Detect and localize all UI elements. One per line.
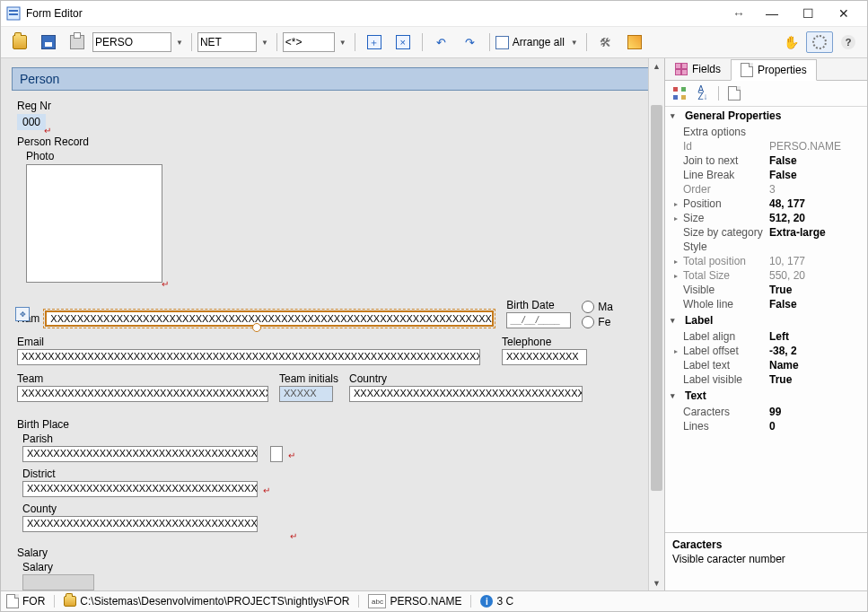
prop-label-align[interactable]: Label alignLeft	[665, 329, 867, 344]
prop-total-position[interactable]: ▸Total position10, 177	[665, 254, 867, 268]
parish-label: Parish	[22, 433, 645, 445]
page-icon	[6, 594, 19, 608]
redo-icon: ↷	[465, 36, 475, 49]
prop-style[interactable]: Style	[665, 240, 867, 254]
team-field[interactable]: XXXXXXXXXXXXXXXXXXXXXXXXXXXXXXXXXXXXXXXX…	[17, 386, 268, 402]
undo-button[interactable]: ↶	[428, 31, 455, 53]
vertical-scrollbar[interactable]: ▲ ▼	[648, 58, 664, 590]
mode-combo-dropdown[interactable]: ▼	[337, 39, 349, 47]
telephone-label: Telephone	[502, 336, 587, 348]
categorized-view-button[interactable]	[669, 83, 690, 103]
district-field[interactable]: XXXXXXXXXXXXXXXXXXXXXXXXXXXXXXXXXXXXXXXX…	[22, 481, 258, 497]
radio-male[interactable]: Ma	[582, 301, 613, 313]
svg-rect-2	[9, 13, 18, 15]
prop-line-break[interactable]: Line BreakFalse	[665, 168, 867, 182]
chevron-right-icon[interactable]: ▸	[671, 200, 681, 208]
scroll-down-button[interactable]: ▼	[649, 575, 664, 590]
parish-field[interactable]: XXXXXXXXXXXXXXXXXXXXXXXXXXXXXXXXXXXXXXXX…	[22, 446, 258, 462]
prop-extra-options[interactable]: Extra options	[665, 125, 867, 139]
prop-caracters[interactable]: Caracters99	[665, 405, 867, 419]
help-button[interactable]: ?	[835, 31, 862, 53]
prop-join-to-next[interactable]: Join to nextFalse	[665, 153, 867, 168]
arrange-dropdown[interactable]: ▼	[568, 39, 581, 47]
chevron-right-icon[interactable]: ▸	[671, 272, 681, 280]
telephone-field[interactable]: XXXXXXXXXXX	[502, 349, 587, 365]
group-text[interactable]: ▾Text	[665, 387, 867, 405]
district-label: District	[22, 468, 645, 480]
country-field[interactable]: XXXXXXXXXXXXXXXXXXXXXXXXXXXXXXXXXXXXXXXX…	[349, 386, 583, 402]
status-form-type: FOR	[6, 594, 45, 608]
tab-properties[interactable]: Properties	[731, 59, 817, 81]
add-field-button[interactable]: ＋	[361, 31, 388, 53]
chevron-right-icon[interactable]: ▸	[671, 214, 681, 223]
folder-open-icon	[64, 596, 76, 607]
prop-size[interactable]: ▸Size512, 20	[665, 211, 867, 225]
pan-button[interactable]: ✋	[777, 31, 804, 53]
birthdate-field[interactable]: __/__/____ ➔	[506, 312, 571, 328]
prop-position[interactable]: ▸Position48, 177	[665, 197, 867, 211]
group-label[interactable]: ▾Label	[665, 311, 867, 329]
radio-female[interactable]: Fe	[582, 316, 613, 328]
county-field[interactable]: XXXXXXXXXXXXXXXXXXXXXXXXXXXXXXXXXXXXXXXX…	[22, 516, 258, 532]
arrange-label: Arrange all	[513, 36, 565, 48]
form-canvas[interactable]: Person Reg Nr 000 ↵ Person Record	[1, 58, 648, 590]
prop-total-size[interactable]: ▸Total Size550, 20	[665, 268, 867, 283]
maximize-button[interactable]: ☐	[790, 1, 826, 26]
form-header[interactable]: Person	[12, 67, 648, 91]
salary-field[interactable]	[22, 574, 94, 590]
prop-label-text[interactable]: Label textName	[665, 358, 867, 372]
tab-fields[interactable]: Fields	[665, 58, 731, 80]
app-icon	[6, 6, 21, 21]
photo-field[interactable]: ↵	[26, 164, 162, 283]
chevron-right-icon[interactable]: ▸	[671, 347, 681, 355]
birthplace-label: Birth Place	[17, 418, 645, 431]
resize-handle-icon[interactable]: ↔	[732, 6, 745, 21]
team-initials-field[interactable]: XXXXX ➔	[279, 386, 333, 402]
preview-icon	[627, 35, 642, 49]
property-pages-button[interactable]	[723, 83, 745, 103]
redo-button[interactable]: ↷	[457, 31, 484, 53]
table-combo[interactable]	[92, 32, 171, 52]
resize-handle[interactable]	[252, 323, 261, 332]
prop-whole-line[interactable]: Whole lineFalse	[665, 297, 867, 311]
move-handle-icon[interactable]: ✥	[15, 307, 30, 321]
minimize-button[interactable]: —	[754, 1, 790, 26]
open-button[interactable]	[6, 31, 33, 53]
settings-button[interactable]	[806, 31, 833, 53]
prop-lines[interactable]: Lines0	[665, 419, 867, 433]
email-field[interactable]: XXXXXXXXXXXXXXXXXXXXXXXXXXXXXXXXXXXXXXXX…	[17, 349, 480, 365]
tools-button[interactable]: 🛠	[592, 31, 619, 53]
close-button[interactable]: ✕	[826, 1, 862, 26]
birthdate-value: __/__/____	[511, 314, 560, 325]
table-combo-dropdown[interactable]: ▼	[173, 39, 186, 47]
prop-size-by-category[interactable]: Size by categoryExtra-large	[665, 225, 867, 240]
name-field-selection[interactable]: ✥ XXXXXXXXXXXXXXXXXXXXXXXXXXXXXXXXXXXXXX…	[43, 309, 495, 328]
mode-combo[interactable]	[283, 32, 335, 52]
chevron-right-icon[interactable]: ▸	[671, 258, 681, 266]
print-button[interactable]	[64, 31, 91, 53]
prop-id[interactable]: IdPERSO.NAME	[665, 139, 867, 153]
alphabetical-view-button[interactable]: AZ↓	[692, 83, 714, 103]
preview-button[interactable]	[621, 31, 648, 53]
scroll-thumb[interactable]	[651, 105, 662, 491]
properties-list[interactable]: ▾General Properties Extra options IdPERS…	[665, 107, 867, 532]
marker-icon: ↵	[290, 532, 297, 539]
lang-combo[interactable]	[197, 32, 257, 52]
marker-icon: ↵	[44, 127, 51, 134]
regnr-field[interactable]: 000 ↵	[17, 114, 46, 130]
save-button[interactable]	[35, 31, 62, 53]
prop-order[interactable]: Order3	[665, 182, 867, 197]
parish-extra-box[interactable]	[270, 446, 283, 462]
gear-icon	[812, 35, 827, 49]
prop-label-visible[interactable]: Label visibleTrue	[665, 372, 867, 387]
scroll-up-button[interactable]: ▲	[649, 58, 664, 74]
arrange-checkbox[interactable]	[495, 36, 509, 49]
photo-label: Photo	[26, 150, 645, 162]
group-general[interactable]: ▾General Properties	[665, 107, 867, 125]
prop-visible[interactable]: VisibleTrue	[665, 283, 867, 297]
remove-field-button[interactable]: ×	[390, 31, 416, 53]
name-field[interactable]: XXXXXXXXXXXXXXXXXXXXXXXXXXXXXXXXXXXXXXXX…	[45, 310, 494, 327]
prop-label-offset[interactable]: ▸Label offset-38, 2	[665, 344, 867, 358]
lang-combo-dropdown[interactable]: ▼	[259, 39, 271, 47]
title-bar: Form Editor ↔ — ☐ ✕	[1, 1, 867, 27]
